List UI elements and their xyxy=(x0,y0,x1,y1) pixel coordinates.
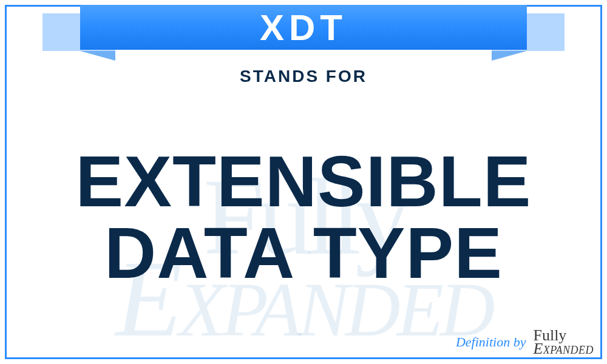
definition-text: EXTENSIBLE DATA TYPE xyxy=(36,146,571,289)
ribbon-main: XDT xyxy=(80,5,527,50)
logo-line2: Expanded xyxy=(533,342,594,356)
ribbon-banner: XDT xyxy=(42,5,565,59)
definition-by-label: Definition by xyxy=(456,334,526,350)
stands-for-label: STANDS FOR xyxy=(0,67,607,86)
footer: Definition by Fully Expanded xyxy=(456,329,594,356)
source-logo: Fully Expanded xyxy=(533,329,594,356)
acronym-text: XDT xyxy=(260,7,347,49)
